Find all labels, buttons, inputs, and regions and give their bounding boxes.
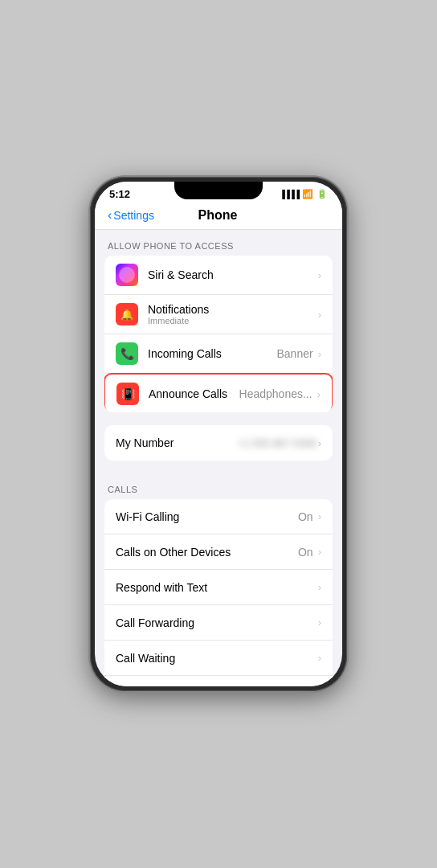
calls-other-devices-label: Calls on Other Devices: [116, 546, 298, 559]
wifi-icon: 📶: [302, 189, 313, 199]
row-content-other-devices: Calls on Other Devices: [116, 546, 298, 559]
chevron-right-icon: ›: [318, 309, 321, 321]
row-right-incoming: Banner ›: [277, 347, 322, 360]
wifi-calling-value: On: [298, 510, 313, 523]
announce-calls-label: Announce Calls: [149, 387, 239, 400]
my-number-label: My Number: [116, 436, 238, 449]
section-header-calls: CALLS: [95, 473, 342, 499]
battery-icon: 🔋: [317, 189, 328, 199]
section-header-allow: ALLOW PHONE TO ACCESS: [95, 230, 342, 256]
screen: 5:12 ▐▐▐▐ 📶 🔋 ‹ Settings Phone AL: [95, 182, 342, 686]
my-number-value: +1 555 867 5309: [238, 437, 317, 449]
back-button[interactable]: ‹ Settings: [108, 208, 154, 223]
notifications-icon: 🔔: [116, 303, 138, 326]
content-area: ALLOW PHONE TO ACCESS Siri & Search ›: [95, 230, 342, 686]
incoming-calls-value: Banner: [277, 347, 313, 360]
row-right-other-devices: On ›: [298, 546, 321, 559]
notifications-label: Notifications: [148, 303, 318, 316]
list-item[interactable]: Siri & Search ›: [104, 256, 333, 295]
list-item[interactable]: Calls on Other Devices On ›: [104, 534, 333, 570]
row-content-mynumber: My Number: [116, 436, 238, 449]
call-forwarding-label: Call Forwarding: [116, 616, 318, 629]
row-content-announce: Announce Calls: [149, 387, 239, 400]
incoming-calls-label: Incoming Calls: [148, 347, 277, 360]
back-label[interactable]: Settings: [113, 209, 154, 222]
list-item[interactable]: Wi-Fi Calling On ›: [104, 499, 333, 534]
settings-group-access: Siri & Search › 🔔 Notifications: [104, 256, 333, 412]
chevron-right-icon: ›: [318, 581, 321, 593]
list-item[interactable]: 📞 Incoming Calls Banner ›: [104, 334, 333, 374]
list-item[interactable]: Respond with Text ›: [104, 570, 333, 605]
list-item[interactable]: Call Waiting ›: [104, 641, 333, 676]
chevron-right-icon: ›: [318, 437, 321, 449]
row-right-respond-text: ›: [318, 581, 321, 593]
incoming-calls-icon: 📞: [116, 342, 138, 365]
list-item[interactable]: Call Forwarding ›: [104, 605, 333, 641]
row-right-notifications: ›: [318, 309, 321, 321]
chevron-right-icon: ›: [317, 388, 321, 400]
chevron-right-icon: ›: [318, 652, 321, 664]
siri-icon: [116, 264, 138, 286]
bell-icon: 🔔: [120, 309, 133, 321]
call-waiting-label: Call Waiting: [116, 652, 318, 665]
row-right-announce: Headphones... ›: [239, 387, 321, 400]
nav-bar: ‹ Settings Phone: [95, 203, 342, 230]
list-item[interactable]: 🔔 Notifications Immediate ›: [104, 295, 333, 334]
announce-calls-value: Headphones...: [239, 387, 312, 400]
row-content-notifications: Notifications Immediate: [148, 303, 318, 326]
phone-wave-icon: 📳: [121, 387, 135, 400]
wifi-calling-label: Wi-Fi Calling: [116, 510, 298, 523]
page-title: Phone: [154, 208, 281, 223]
row-content-wifi: Wi-Fi Calling: [116, 510, 298, 523]
row-content-call-waiting: Call Waiting: [116, 652, 318, 665]
status-time: 5:12: [109, 188, 130, 200]
announce-calls-icon: 📳: [116, 383, 139, 405]
phone-screen: 5:12 ▐▐▐▐ 📶 🔋 ‹ Settings Phone AL: [95, 182, 342, 686]
status-icons: ▐▐▐▐ 📶 🔋: [280, 189, 328, 199]
row-content-call-forwarding: Call Forwarding: [116, 616, 318, 629]
row-content-siri: Siri & Search: [148, 268, 318, 281]
list-item[interactable]: Show My Caller ID ›: [104, 676, 333, 686]
row-right-wifi: On ›: [298, 510, 321, 523]
row-right-call-waiting: ›: [318, 652, 321, 664]
signal-icon: ▐▐▐▐: [280, 190, 299, 199]
chevron-right-icon: ›: [318, 348, 321, 360]
chevron-right-icon: ›: [318, 616, 321, 628]
row-content-respond-text: Respond with Text: [116, 581, 318, 594]
row-right-mynumber: +1 555 867 5309 ›: [238, 437, 321, 449]
chevron-right-icon: ›: [318, 269, 321, 281]
notifications-sublabel: Immediate: [148, 316, 318, 326]
calls-other-devices-value: On: [298, 546, 313, 559]
phone-icon: 📞: [120, 347, 134, 360]
chevron-right-icon: ›: [318, 546, 321, 558]
row-right-siri: ›: [318, 269, 321, 281]
row-right-call-forwarding: ›: [318, 616, 321, 628]
chevron-back-icon: ‹: [108, 208, 112, 223]
list-item[interactable]: My Number +1 555 867 5309 ›: [104, 425, 333, 461]
respond-text-label: Respond with Text: [116, 581, 318, 594]
list-item[interactable]: 📳 Announce Calls Headphones... ›: [104, 373, 333, 412]
settings-group-number: My Number +1 555 867 5309 ›: [104, 425, 333, 461]
chevron-right-icon: ›: [318, 510, 321, 522]
settings-group-calls: Wi-Fi Calling On › Calls on Other Device…: [104, 499, 333, 686]
notch: [174, 182, 263, 199]
siri-label: Siri & Search: [148, 268, 318, 281]
phone-frame: 5:12 ▐▐▐▐ 📶 🔋 ‹ Settings Phone AL: [90, 177, 347, 691]
row-content-incoming: Incoming Calls: [148, 347, 277, 360]
